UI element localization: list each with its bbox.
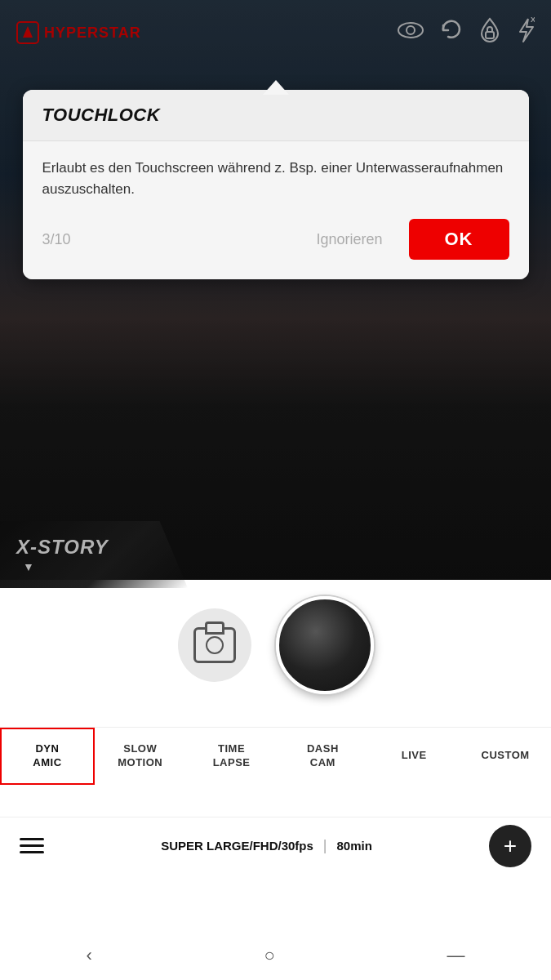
nav-recents-button[interactable]: — bbox=[431, 938, 482, 973]
mode-custom-label: CUSTOM bbox=[482, 749, 530, 763]
dialog-counter: 3/10 bbox=[42, 231, 291, 248]
photo-mode-button[interactable] bbox=[178, 608, 251, 682]
dialog-header: TOUCHLOCK bbox=[23, 90, 529, 141]
ok-button[interactable]: OK bbox=[409, 219, 509, 260]
quality-info: SUPER LARGE/FHD/30fps | 80min bbox=[161, 837, 372, 854]
mode-dash-cam-label: DASHCAM bbox=[307, 742, 339, 770]
add-button[interactable]: + bbox=[489, 825, 531, 867]
dialog-footer: 3/10 Ignorieren OK bbox=[42, 219, 509, 260]
shutter-button[interactable] bbox=[276, 596, 374, 694]
quality-divider: | bbox=[323, 837, 327, 854]
dialog-arrow bbox=[263, 80, 289, 95]
mode-time-lapse[interactable]: TIMELAPSE bbox=[186, 728, 278, 785]
menu-line-1 bbox=[20, 838, 44, 840]
camera-controls bbox=[0, 596, 551, 694]
mode-live[interactable]: LIVE bbox=[368, 728, 460, 785]
mode-custom[interactable]: CUSTOM bbox=[460, 728, 551, 785]
camera-lens-icon bbox=[206, 636, 224, 654]
nav-back-button[interactable]: ‹ bbox=[69, 938, 108, 973]
menu-line-2 bbox=[20, 844, 44, 847]
mode-slow-motion[interactable]: SLOWMOTION bbox=[95, 728, 186, 785]
mode-dynamic[interactable]: DYNAMIC bbox=[0, 728, 95, 785]
bottom-bar: SUPER LARGE/FHD/30fps | 80min + bbox=[0, 817, 551, 874]
quality-label: SUPER LARGE/FHD/30fps bbox=[161, 839, 313, 853]
mode-selector: DYNAMIC SLOWMOTION TIMELAPSE DASHCAM LIV… bbox=[0, 727, 551, 785]
dialog-text: Erlaubt es den Touchscreen während z. Bs… bbox=[42, 158, 509, 199]
dialog-body: Erlaubt es den Touchscreen während z. Bs… bbox=[23, 141, 529, 279]
dialog-box: TOUCHLOCK Erlaubt es den Touchscreen wäh… bbox=[23, 90, 529, 279]
mode-live-label: LIVE bbox=[402, 749, 427, 763]
nav-home-button[interactable]: ○ bbox=[248, 938, 291, 973]
mode-dynamic-label: DYNAMIC bbox=[33, 742, 61, 770]
quality-time: 80min bbox=[337, 839, 372, 853]
nav-bar: ‹ ○ — bbox=[0, 931, 551, 980]
camera-icon bbox=[193, 627, 236, 663]
menu-line-3 bbox=[20, 851, 44, 853]
ignore-button[interactable]: Ignorieren bbox=[303, 223, 395, 256]
mode-dash-cam[interactable]: DASHCAM bbox=[277, 728, 368, 785]
mode-slow-motion-label: SLOWMOTION bbox=[118, 742, 162, 770]
mode-time-lapse-label: TIMELAPSE bbox=[213, 742, 251, 770]
menu-button[interactable] bbox=[20, 838, 44, 853]
dialog-title: TOUCHLOCK bbox=[42, 105, 161, 125]
